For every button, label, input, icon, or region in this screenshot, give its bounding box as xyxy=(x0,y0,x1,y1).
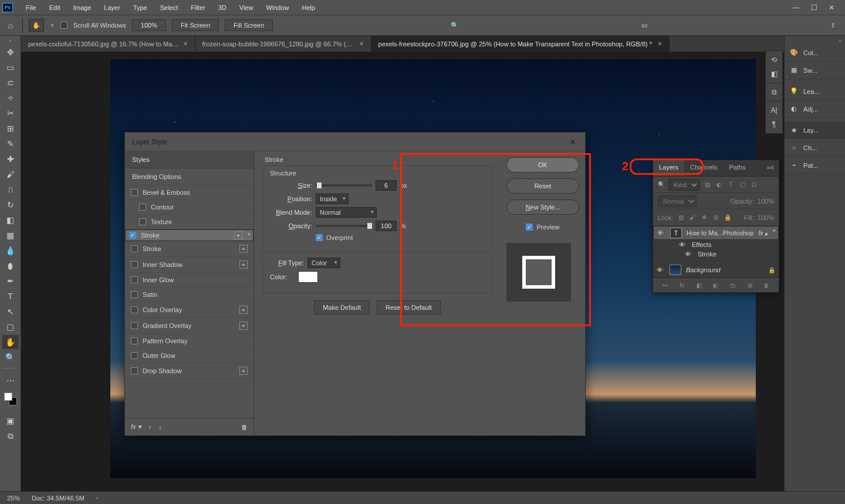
kind-filter[interactable]: Kind xyxy=(668,179,699,191)
close-icon[interactable]: × xyxy=(184,40,188,48)
style-checkbox[interactable] xyxy=(131,306,138,313)
fill-value[interactable]: 100% xyxy=(758,214,774,221)
menu-help[interactable]: Help xyxy=(296,2,322,13)
style-checkbox[interactable]: ✓ xyxy=(129,232,136,239)
styles-header[interactable]: Styles xyxy=(125,151,254,168)
blur-tool[interactable]: 💧 xyxy=(2,243,19,258)
color-swatch[interactable] xyxy=(298,271,318,283)
maximize-button[interactable]: ☐ xyxy=(807,2,820,13)
doc-size[interactable]: Doc: 34.5M/46.5M xyxy=(32,495,84,502)
menu-image[interactable]: Image xyxy=(67,2,97,13)
blending-options-item[interactable]: Blending Options xyxy=(125,168,254,185)
pen-tool[interactable]: ✒ xyxy=(2,274,19,288)
style-checkbox[interactable] xyxy=(131,189,138,196)
fill-type-select[interactable]: Color xyxy=(307,258,340,268)
document-tab-2[interactable]: pexels-freestockpro-376706.jpg @ 25% (Ho… xyxy=(371,36,670,52)
fill-screen-button[interactable]: Fill Screen xyxy=(225,19,273,31)
zoom-percentage[interactable]: 25% xyxy=(7,495,20,502)
tab-channels[interactable]: Channels xyxy=(684,160,723,176)
blend-mode-select[interactable]: Normal xyxy=(316,207,377,218)
style-item-inner-glow[interactable]: Inner Glow xyxy=(125,273,254,287)
close-icon[interactable]: × xyxy=(658,40,662,48)
fit-screen-button[interactable]: Fit Screen xyxy=(172,19,219,31)
make-default-button[interactable]: Make Default xyxy=(314,300,370,314)
style-checkbox[interactable] xyxy=(131,261,138,268)
zoom-tool[interactable]: 🔍 xyxy=(2,350,19,364)
reset-to-default-button[interactable]: Reset to Default xyxy=(377,300,441,314)
style-checkbox[interactable] xyxy=(131,276,138,283)
add-effect-icon[interactable]: + xyxy=(239,245,248,253)
style-checkbox[interactable] xyxy=(131,352,138,359)
history-icon[interactable]: ⟲ xyxy=(767,53,781,66)
visibility-icon[interactable]: 👁 xyxy=(657,229,665,236)
panel-color[interactable]: 🎨Col... xyxy=(785,44,845,62)
style-item-stroke[interactable]: Stroke+ xyxy=(125,241,254,257)
eraser-tool[interactable]: ◧ xyxy=(2,213,19,227)
style-checkbox[interactable] xyxy=(131,291,138,298)
quick-mask-tool[interactable]: ▣ xyxy=(2,414,19,428)
filter-pixel-icon[interactable]: ▧ xyxy=(703,181,711,189)
history-brush-tool[interactable]: ↻ xyxy=(2,198,19,212)
filter-shape-icon[interactable]: ▢ xyxy=(738,181,746,189)
add-effect-icon[interactable]: + xyxy=(239,261,248,269)
lock-transparent-icon[interactable]: ▧ xyxy=(677,214,685,222)
visibility-icon[interactable]: 👁 xyxy=(657,266,665,273)
style-item-gradient-overlay[interactable]: Gradient Overlay+ xyxy=(125,318,254,334)
layer-style-icon[interactable]: fx xyxy=(678,281,686,289)
properties-icon[interactable]: ◧ xyxy=(767,67,781,80)
opacity-value[interactable]: 100% xyxy=(758,198,774,205)
style-item-outer-glow[interactable]: Outer Glow xyxy=(125,349,254,363)
home-icon[interactable]: ⌂ xyxy=(5,20,16,31)
size-input[interactable]: 6 xyxy=(376,180,397,191)
glyphs-icon[interactable]: ⧉ xyxy=(767,86,781,99)
paragraph-icon[interactable]: ¶ xyxy=(767,118,781,131)
add-effect-icon[interactable]: + xyxy=(239,322,248,330)
layer-row-text[interactable]: 👁 T How to Ma...Photoshop fx ▴ xyxy=(653,226,779,240)
menu-edit[interactable]: Edit xyxy=(43,2,66,13)
gradient-tool[interactable]: ▦ xyxy=(2,228,19,242)
add-effect-icon[interactable]: + xyxy=(239,367,248,375)
style-item-texture[interactable]: Texture xyxy=(125,215,254,229)
menu-filter[interactable]: Filter xyxy=(185,2,211,13)
visibility-icon[interactable]: 👁 xyxy=(685,251,693,258)
overprint-checkbox[interactable]: ✓ xyxy=(316,234,323,241)
reset-button[interactable]: Reset xyxy=(506,178,579,194)
tab-paths[interactable]: Paths xyxy=(724,160,752,176)
zoom-level[interactable]: 100% xyxy=(132,19,166,31)
menu-layer[interactable]: Layer xyxy=(98,2,126,13)
add-effect-icon[interactable]: + xyxy=(234,231,242,239)
layer-stroke-row[interactable]: 👁 Stroke xyxy=(653,249,779,259)
healing-tool[interactable]: ✚ xyxy=(2,152,19,166)
trash-icon[interactable]: 🗑 xyxy=(241,424,248,431)
dodge-tool[interactable]: ⬮ xyxy=(2,259,19,273)
opacity-input[interactable]: 100 xyxy=(376,221,397,231)
style-checkbox[interactable] xyxy=(131,367,138,374)
brush-tool[interactable]: 🖌 xyxy=(2,167,19,181)
hand-tool-icon[interactable]: ✋ xyxy=(29,19,44,32)
foreground-color-swatch[interactable] xyxy=(4,393,12,401)
style-item-stroke[interactable]: ✓Stroke+ xyxy=(125,229,254,241)
panel-learn[interactable]: 💡Lea... xyxy=(785,83,845,100)
close-window-button[interactable]: ✕ xyxy=(825,2,838,13)
menu-3d[interactable]: 3D xyxy=(212,2,232,13)
style-checkbox[interactable] xyxy=(139,204,146,211)
panel-layers[interactable]: ◈Lay... xyxy=(785,121,845,139)
character-icon[interactable]: A| xyxy=(767,104,781,117)
lock-position-icon[interactable]: ✥ xyxy=(700,214,708,222)
size-slider[interactable] xyxy=(316,184,372,187)
new-style-button[interactable]: New Style... xyxy=(506,199,579,215)
shape-tool[interactable]: ▢ xyxy=(2,320,19,334)
menu-file[interactable]: File xyxy=(20,2,42,13)
filter-type-icon[interactable]: T xyxy=(726,181,735,189)
menu-select[interactable]: Select xyxy=(154,2,184,13)
document-tab-0[interactable]: pexels-codioful-7130560.jpg @ 16.7% (How… xyxy=(21,36,195,52)
lock-all-icon[interactable]: 🔒 xyxy=(724,214,732,222)
filter-smart-icon[interactable]: ⊡ xyxy=(750,181,758,189)
delete-layer-icon[interactable]: 🗑 xyxy=(762,281,770,289)
style-checkbox[interactable] xyxy=(131,322,138,329)
close-icon[interactable]: × xyxy=(360,40,364,48)
eyedropper-tool[interactable]: ✎ xyxy=(2,137,19,151)
move-up-icon[interactable]: ↑ xyxy=(148,424,152,431)
panel-adjustments[interactable]: ◐Adj... xyxy=(785,100,845,118)
rectangle-icon[interactable]: ▭ xyxy=(637,19,651,32)
